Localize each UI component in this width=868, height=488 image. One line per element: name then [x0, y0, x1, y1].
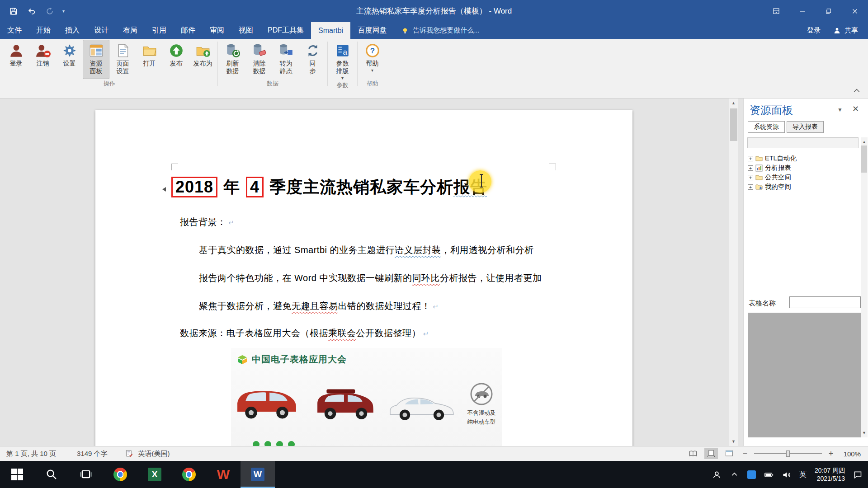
restore-button[interactable]	[816, 0, 842, 22]
panel-scrollbar[interactable]: ▲ ▼	[861, 137, 868, 437]
zoom-slider[interactable]	[754, 453, 822, 454]
print-layout-icon[interactable]	[704, 448, 718, 459]
taskbar-button-word[interactable]: W	[241, 461, 275, 488]
word-count[interactable]: 3149 个字	[77, 450, 108, 458]
zoom-slider-thumb[interactable]	[786, 450, 790, 457]
quick-access-toolbar: ▾	[0, 6, 65, 17]
panel-menu-caret-icon[interactable]: ▼	[837, 107, 843, 113]
ribbon-button-label: 刷新 数据	[226, 60, 239, 75]
taskbar-button-task-view[interactable]	[69, 461, 103, 488]
ribbon-display-options-icon[interactable]	[763, 0, 789, 22]
web-layout-icon[interactable]	[722, 448, 736, 459]
customize-qat-icon[interactable]: ▾	[62, 9, 65, 14]
action-center-icon[interactable]	[853, 470, 863, 479]
ribbon-button-param-layout[interactable]: a参数 排版▾	[329, 40, 356, 81]
battery-icon[interactable]	[764, 470, 774, 479]
menu-tab-view[interactable]: 视图	[231, 22, 260, 39]
ribbon-button-login[interactable]: 登录	[3, 40, 29, 79]
menu-tab-home[interactable]: 开始	[29, 22, 58, 39]
document-body[interactable]: 报告背景： ↵基于真实的数据，通过 Smartbi 的业务主题进行语义层封装，利…	[180, 215, 564, 446]
ribbon-button-publish[interactable]: 发布	[163, 40, 189, 79]
hidden-icons-chevron-icon[interactable]	[730, 470, 739, 479]
read-mode-icon[interactable]	[686, 448, 700, 459]
expand-icon[interactable]: +	[748, 175, 753, 180]
zoom-level[interactable]: 100%	[840, 450, 861, 458]
ribbon-button-publish-as[interactable]: 发布为	[189, 40, 216, 79]
taskbar-button-excel[interactable]: X	[137, 461, 172, 488]
tree-node-public-space[interactable]: +公共空间	[748, 173, 797, 182]
tree-node-analysis-report[interactable]: +分析报表	[748, 163, 797, 173]
document-scrollbar[interactable]: ▲ ▼	[729, 99, 738, 446]
zoom-in-button[interactable]: +	[826, 449, 835, 459]
taskbar-button-browser[interactable]	[172, 461, 206, 488]
redo-icon[interactable]	[44, 6, 55, 17]
document-title[interactable]: 2018 年 4 季度主流热销私家车分析报告	[170, 176, 487, 198]
ribbon-button-clear-data[interactable]: 清除 数据	[246, 40, 273, 79]
tray-app-icon[interactable]	[747, 470, 756, 479]
menu-tab-insert[interactable]: 插入	[58, 22, 87, 39]
menu-tab-mailings[interactable]: 邮件	[174, 22, 203, 39]
people-icon[interactable]	[712, 470, 722, 479]
expand-icon[interactable]: +	[748, 165, 753, 171]
document-line[interactable]: 报告背景： ↵	[180, 215, 564, 230]
ribbon-button-open[interactable]: 打开	[136, 40, 163, 79]
panel-close-icon[interactable]: ✕	[852, 104, 859, 114]
tell-me-box[interactable]: 告诉我您想要做什么...	[401, 22, 480, 39]
expand-icon[interactable]: +	[748, 156, 753, 161]
page-indicator[interactable]: 第 1 页, 共 10 页	[6, 450, 56, 458]
taskbar-button-chrome[interactable]	[103, 461, 137, 488]
ribbon-button-page-setup[interactable]: 页面 设置	[109, 40, 136, 79]
panel-search-input[interactable]	[747, 137, 859, 148]
document-line[interactable]: 基于真实的数据，通过 Smartbi 的业务主题进行语义层封装，利用透视分析和分…	[180, 236, 564, 264]
scroll-up-icon[interactable]: ▲	[729, 99, 738, 108]
volume-icon[interactable]	[782, 470, 791, 479]
ribbon-button-resource-panel[interactable]: 资源 面板	[83, 40, 109, 79]
menu-tab-pdf-toolkit[interactable]: PDF工具集	[260, 22, 311, 39]
document-line[interactable]: 报告两个特色功能，在 Word 中实现数据一键刷新的同环比分析报告，让使用者更加	[180, 264, 564, 292]
tree-node-my-space[interactable]: +我的空间	[748, 182, 797, 192]
zoom-out-button[interactable]: −	[741, 449, 750, 459]
document-line[interactable]: 聚焦于数据分析，避免无趣且容易出错的数据处理过程！ ↵	[180, 292, 564, 321]
undo-icon[interactable]	[26, 6, 37, 17]
language-indicator[interactable]: 英语(美国)	[138, 450, 170, 458]
scroll-down-icon[interactable]: ▼	[729, 437, 738, 446]
table-name-input[interactable]	[789, 296, 861, 308]
panel-tab-import-reports[interactable]: 导入报表	[787, 121, 824, 133]
document-canvas[interactable]: 2018 年 4 季度主流热销私家车分析报告 报告背景： ↵基于真实的数据，通过…	[0, 99, 744, 446]
ime-indicator[interactable]: 英	[799, 470, 807, 479]
close-button[interactable]	[842, 0, 868, 22]
scroll-down-icon[interactable]: ▼	[861, 428, 868, 437]
heading-collapse-marker[interactable]	[162, 187, 166, 192]
ribbon-button-to-static[interactable]: 转为 静态	[273, 40, 299, 79]
save-icon[interactable]	[8, 6, 19, 17]
scrollbar-thumb[interactable]	[730, 108, 737, 141]
sign-in-link[interactable]: 登录	[807, 26, 821, 35]
document-line[interactable]: 数据来源：电子表格应用大会（根据乘联会公开数据整理） ↵	[180, 326, 564, 341]
share-button[interactable]: 共享	[833, 26, 858, 35]
ribbon-button-sync[interactable]: 同 步	[299, 40, 326, 79]
ribbon-button-settings[interactable]: 设置	[56, 40, 83, 79]
clock[interactable]: 20:07 周四 2021/5/13	[815, 466, 845, 483]
proofing-status-icon[interactable]	[125, 449, 134, 458]
menu-tab-design[interactable]: 设计	[87, 22, 116, 39]
taskbar-button-wps[interactable]: W	[206, 461, 241, 488]
menu-tab-baidu-netdisk[interactable]: 百度网盘	[350, 22, 394, 39]
ribbon-button-logout[interactable]: 注销	[29, 40, 56, 79]
collapse-ribbon-button[interactable]	[853, 87, 861, 94]
expand-icon[interactable]: +	[748, 184, 753, 190]
panel-tab-system-resources[interactable]: 系统资源	[748, 121, 785, 133]
taskbar-button-start[interactable]	[0, 461, 34, 488]
tree-node-etl[interactable]: +ETL自动化	[748, 154, 797, 163]
ribbon-button-help[interactable]: ?帮助▾	[359, 40, 386, 79]
taskbar-button-search[interactable]	[34, 461, 69, 488]
scrollbar-thumb[interactable]	[861, 145, 867, 173]
menu-tab-file[interactable]: 文件	[0, 22, 29, 39]
minimize-button[interactable]	[789, 0, 816, 22]
menu-tab-layout[interactable]: 布局	[116, 22, 145, 39]
ribbon-button-refresh-data[interactable]: 刷新 数据	[219, 40, 246, 79]
document-page[interactable]: 2018 年 4 季度主流热销私家车分析报告 报告背景： ↵基于真实的数据，通过…	[95, 110, 632, 446]
menu-tab-smartbi[interactable]: Smartbi	[311, 22, 350, 39]
menu-tab-review[interactable]: 审阅	[203, 22, 231, 39]
menu-tab-references[interactable]: 引用	[145, 22, 174, 39]
scroll-up-icon[interactable]: ▲	[861, 137, 868, 146]
